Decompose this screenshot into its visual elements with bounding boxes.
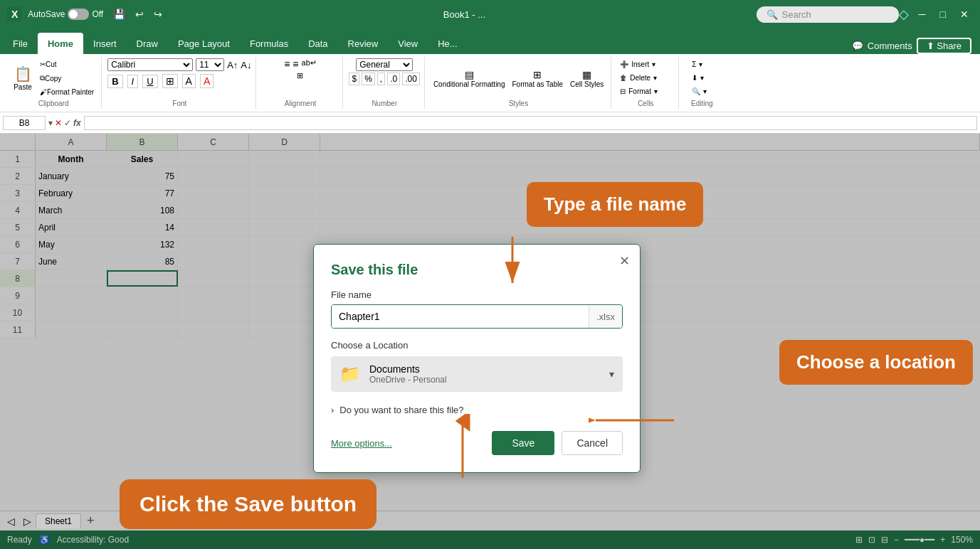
tab-file[interactable]: File	[3, 33, 38, 54]
excel-app: X AutoSave Off 💾 ↩ ↪ Book1 - ... 🔍 Searc…	[0, 0, 980, 549]
tab-insert[interactable]: Insert	[83, 33, 127, 54]
diamond-icon: ◇	[899, 6, 909, 22]
conditional-icon: ▤	[465, 69, 474, 80]
styles-icon: ▦	[582, 69, 591, 80]
file-name-input[interactable]	[332, 305, 589, 328]
format-painter-button[interactable]: 🖌Format Painter	[37, 86, 97, 98]
align-left-button[interactable]: ≡	[284, 58, 290, 70]
undo-icon[interactable]: ↩	[132, 7, 147, 21]
ribbon-content: 📋 Paste ✂Cut ⧉Copy 🖌Format Painter Clipb…	[0, 54, 980, 112]
borders-button[interactable]: ⊞	[162, 74, 178, 88]
sum-icon: Σ	[692, 60, 696, 68]
ribbon-group-font: Calibri 11 A↑ A↓ B I U ⊞ A A Font	[103, 57, 256, 109]
dialog-title: Save this file	[331, 262, 623, 278]
styles-label: Styles	[509, 98, 528, 107]
autosave-toggle[interactable]	[68, 9, 89, 20]
location-selector[interactable]: 📁 Documents OneDrive - Personal ▾	[331, 356, 623, 392]
confirm-formula-icon[interactable]: ✓	[64, 118, 71, 128]
ribbon-tabs: File Home Insert Draw Page Layout Formul…	[0, 28, 980, 54]
font-label: Font	[172, 98, 186, 107]
ribbon-group-styles: ▤ Conditional Formatting ⊞ Format as Tab…	[426, 57, 611, 109]
search-bar[interactable]: 🔍 Search	[757, 6, 899, 23]
tab-draw[interactable]: Draw	[127, 33, 168, 54]
percent-button[interactable]: %	[362, 73, 375, 85]
cell-styles-button[interactable]: ▦ Cell Styles	[567, 67, 606, 90]
title-actions: 💾 ↩ ↪	[110, 7, 165, 21]
decimal-inc-button[interactable]: .0	[387, 73, 400, 85]
file-extension: .xlsx	[589, 306, 622, 328]
font-size-select[interactable]: 11	[196, 58, 224, 71]
minimize-button[interactable]: ─	[915, 9, 930, 20]
insert-button[interactable]: ➕ Insert ▾	[617, 58, 674, 70]
cut-button[interactable]: ✂Cut	[37, 58, 97, 70]
wrap-text-button[interactable]: ab↵	[302, 58, 317, 70]
comments-label[interactable]: Comments	[868, 41, 912, 51]
location-name: Documents	[369, 363, 601, 375]
number-label: Number	[372, 98, 397, 107]
maximize-button[interactable]: □	[936, 9, 950, 20]
font-name-select[interactable]: Calibri	[107, 58, 193, 71]
delete-icon: 🗑	[620, 74, 627, 82]
dialog-overlay: ✕ Save this file File name .xlsx Choose …	[0, 134, 980, 549]
comma-button[interactable]: ,	[377, 73, 385, 85]
cell-reference-input[interactable]	[3, 116, 46, 130]
fill-button[interactable]: ⬇ ▾	[689, 72, 715, 84]
table-icon: ⊞	[533, 69, 542, 80]
formula-input[interactable]	[84, 116, 977, 130]
cancel-formula-icon[interactable]: ✕	[55, 118, 62, 128]
currency-button[interactable]: $	[349, 73, 359, 85]
font-color-button[interactable]: A	[200, 74, 214, 88]
editing-label: Editing	[691, 98, 713, 107]
location-chevron-icon: ▾	[609, 368, 614, 380]
more-options-button[interactable]: More options...	[331, 438, 392, 449]
tab-home[interactable]: Home	[38, 33, 83, 54]
cancel-button[interactable]: Cancel	[562, 431, 623, 455]
paste-button[interactable]: 📋 Paste	[10, 63, 36, 93]
insert-function-icon[interactable]: fx	[73, 118, 81, 128]
bold-button[interactable]: B	[107, 75, 122, 88]
fill-color-button[interactable]: A	[182, 74, 196, 88]
copy-button[interactable]: ⧉Copy	[37, 72, 97, 85]
delete-button[interactable]: 🗑 Delete ▾	[617, 72, 674, 84]
ribbon-group-number: General $ % , .0 .00 Number	[344, 57, 424, 109]
insert-icon: ➕	[620, 60, 628, 68]
tab-data[interactable]: Data	[298, 33, 337, 54]
underline-button[interactable]: U	[142, 75, 157, 88]
ribbon-group-alignment: ≡ ≡ ab↵ ⊞ Alignment	[258, 57, 343, 109]
dialog-close-button[interactable]: ✕	[619, 253, 630, 269]
merge-center-button[interactable]: ⊞	[297, 71, 303, 80]
share-row: › Do you want to share this file?	[331, 400, 623, 420]
save-icon[interactable]: 💾	[110, 7, 128, 21]
align-center-button[interactable]: ≡	[293, 58, 298, 70]
paste-icon: 📋	[14, 65, 32, 82]
clipboard-label: Clipboard	[38, 98, 69, 107]
share-chevron-icon[interactable]: ›	[331, 405, 334, 415]
search-icon: 🔍	[766, 9, 778, 20]
find-button[interactable]: 🔍 ▾	[689, 85, 715, 97]
number-format-select[interactable]: General	[356, 58, 413, 71]
sum-button[interactable]: Σ ▾	[689, 58, 715, 70]
decimal-dec-button[interactable]: .00	[402, 73, 420, 85]
italic-button[interactable]: I	[127, 75, 139, 88]
tab-view[interactable]: View	[388, 33, 428, 54]
redo-icon[interactable]: ↪	[151, 7, 165, 21]
share-button[interactable]: ⬆ Share	[917, 38, 971, 54]
conditional-format-button[interactable]: ▤ Conditional Formatting	[431, 67, 508, 90]
decrease-font-icon[interactable]: A↓	[241, 60, 251, 70]
save-button[interactable]: Save	[492, 431, 554, 455]
increase-font-icon[interactable]: A↑	[227, 60, 238, 70]
tab-formulas[interactable]: Formulas	[240, 33, 298, 54]
tab-help[interactable]: He...	[428, 33, 467, 54]
autosave-control[interactable]: AutoSave Off	[28, 9, 103, 20]
tab-pagelayout[interactable]: Page Layout	[168, 33, 240, 54]
main-area: A B C D 1 Month Sales 2 January 75	[0, 134, 980, 549]
comments-icon: 💬	[852, 41, 863, 51]
tab-review[interactable]: Review	[338, 33, 389, 54]
file-name-row: .xlsx	[331, 304, 623, 329]
format-as-table-button[interactable]: ⊞ Format as Table	[510, 67, 567, 90]
file-name-label: File name	[331, 289, 623, 300]
alignment-label: Alignment	[285, 98, 316, 107]
format-button[interactable]: ⊟ Format ▾	[617, 85, 674, 97]
close-button[interactable]: ✕	[956, 9, 973, 20]
expand-formula-icon[interactable]: ▾	[48, 118, 53, 128]
